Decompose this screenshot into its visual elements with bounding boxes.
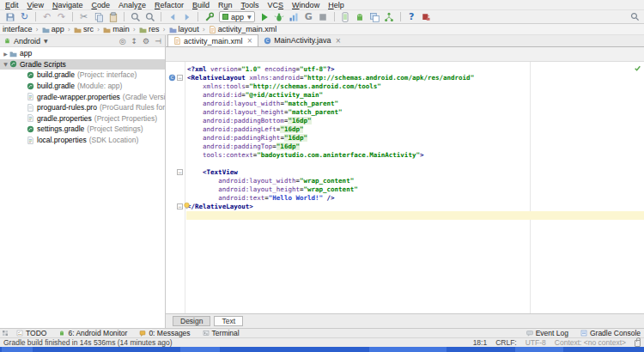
tree-item-gradle-wrapper-properties[interactable]: gradle-wrapper.properties(Gradle Version… [0, 91, 165, 102]
attach-process-icon[interactable]: G [302, 11, 315, 23]
collapse-all-icon[interactable]: ↕ [131, 37, 138, 46]
redo-icon[interactable]: ↷ [55, 11, 68, 23]
toolbar-separator [35, 12, 36, 21]
search-everywhere-icon[interactable] [630, 12, 640, 21]
console-icon [580, 330, 587, 337]
inspection-ok-icon[interactable] [634, 64, 641, 72]
tree-expand-icon[interactable]: ▶ [2, 51, 9, 57]
project-panel-header[interactable]: Android ▼ ◎↕⚙⊣ [0, 35, 166, 47]
go-to-class-gutter-icon[interactable]: C [168, 74, 176, 82]
windows-taskbar-edge [0, 347, 644, 352]
menu-vcs[interactable]: VCS [264, 0, 289, 10]
help-icon[interactable]: ? [405, 11, 418, 23]
tab-mainactivity-java[interactable]: CMainActivity.java× [258, 34, 346, 46]
find-icon[interactable] [129, 11, 142, 23]
menu-tools[interactable]: Tools [237, 0, 264, 10]
menu-help[interactable]: Help [324, 0, 349, 10]
tree-item-local-properties[interactable]: local.properties(SDK Location) [0, 135, 165, 146]
bubble-icon [526, 330, 533, 337]
menu-analyze[interactable]: Analyze [114, 0, 150, 10]
lock-icon[interactable] [635, 340, 641, 347]
menu-navigate[interactable]: Navigate [48, 0, 88, 10]
fold-marker[interactable]: − [177, 203, 183, 209]
editor-mode-tab-design[interactable]: Design [173, 316, 210, 326]
tree-item-gradle-properties[interactable]: gradle.properties(Project Properties) [0, 113, 165, 124]
fold-marker[interactable]: − [177, 75, 183, 81]
menu-build[interactable]: Build [188, 0, 214, 10]
sync-files-icon[interactable]: ↻ [18, 11, 31, 23]
caret-position-widget[interactable]: 18:1 [473, 338, 488, 347]
menu-run[interactable]: Run [214, 0, 237, 10]
replace-icon[interactable] [143, 11, 156, 23]
toolwindow-messages[interactable]: 0: Messages [139, 329, 190, 337]
file-icon [27, 137, 37, 144]
tree-collapse-icon[interactable]: ▼ [2, 61, 9, 67]
breadcrumb-item-layout[interactable]: layout [168, 25, 200, 33]
toolwindow-android-monitor[interactable]: 6: Android Monitor [58, 329, 127, 337]
breadcrumb-separator: › [97, 26, 100, 33]
code-line-4: android:id="@+id/activity_main" [187, 91, 644, 100]
line-separator-widget[interactable]: CRLF: [495, 338, 517, 347]
attach-debugger-wrench-icon[interactable] [203, 11, 216, 23]
tree-item-proguard-rules-pro[interactable]: proguard-rules.pro(ProGuard Rules for ap… [0, 102, 165, 113]
tree-item-label: build.gradle [37, 70, 75, 79]
project-structure-icon[interactable] [383, 11, 396, 23]
tree-item-settings-gradle[interactable]: settings.gradle(Project Settings) [0, 124, 165, 135]
cut-icon[interactable]: ✂ [77, 11, 90, 23]
undo-icon[interactable]: ↶ [40, 11, 53, 23]
android-device-monitor-icon[interactable] [420, 11, 433, 23]
tree-item-gradle-scripts[interactable]: ▼Gradle Scripts [0, 59, 165, 70]
forward-icon[interactable] [180, 11, 193, 23]
menu-edit[interactable]: Edit [1, 0, 23, 10]
breadcrumb-item-app[interactable]: app [41, 25, 65, 33]
code-editor[interactable]: −−− <?xml version="1.0" encoding="utf-8"… [166, 47, 644, 313]
fold-marker[interactable]: − [177, 169, 183, 175]
run-icon[interactable] [258, 11, 271, 23]
copy-icon[interactable] [92, 11, 105, 23]
toolwindow-label: TODO [26, 329, 46, 337]
editor-mode-tab-text[interactable]: Text [214, 316, 243, 326]
debug-icon[interactable] [273, 11, 286, 23]
sdk-manager-icon[interactable] [354, 11, 367, 23]
menu-code[interactable]: Code [87, 0, 114, 10]
tree-item-build-gradle[interactable]: build.gradle(Project: interface) [0, 70, 165, 81]
todo-icon [16, 330, 23, 337]
editor-gutter[interactable]: −−− [166, 62, 185, 313]
toolwindow-gradle-console[interactable]: Gradle Console [580, 329, 641, 337]
breadcrumb-item-res[interactable]: res [138, 25, 161, 33]
run-configurations-combo[interactable]: app▼ [219, 11, 255, 22]
breadcrumb-item-interface[interactable]: interface [2, 25, 33, 33]
panel-settings-icon[interactable]: ⚙ [143, 37, 149, 46]
toolwindow-terminal[interactable]: Terminal [203, 329, 240, 337]
menu-refactor[interactable]: Refactor [150, 0, 188, 10]
avd-manager-icon[interactable] [339, 11, 352, 23]
tab-close-icon[interactable]: × [247, 37, 253, 45]
toolwindow-switcher-icon[interactable] [2, 330, 9, 337]
code-line-7: android:paddingBottom="16dp" [187, 117, 644, 125]
paste-icon[interactable] [106, 11, 119, 23]
tree-item-app[interactable]: ▶app [0, 48, 165, 59]
save-all-icon[interactable] [3, 11, 16, 23]
menu-window[interactable]: Window [288, 0, 324, 10]
menu-view[interactable]: View [23, 0, 48, 10]
back-icon[interactable] [166, 11, 179, 23]
stop-icon[interactable] [317, 11, 330, 23]
context-widget[interactable]: Context: <no context> [555, 338, 626, 347]
encoding-widget[interactable]: UTF-8 [526, 338, 546, 347]
project-view-selector[interactable]: Android [14, 37, 40, 46]
hide-panel-icon[interactable]: ⊣ [155, 37, 161, 46]
code-text[interactable]: <?xml version="1.0" encoding="utf-8"?><R… [187, 65, 644, 220]
tree-item-build-gradle[interactable]: build.gradle(Module: app) [0, 81, 165, 92]
tab-close-icon[interactable]: × [336, 37, 342, 45]
toolwindow-todo[interactable]: TODO [16, 329, 46, 337]
intention-bulb-icon[interactable] [183, 202, 191, 209]
tab-activity-main-xml[interactable]: activity_main.xml× [167, 34, 258, 46]
sync-gradle-icon[interactable] [368, 11, 381, 23]
breadcrumb-item-main[interactable]: main [102, 25, 131, 33]
tree-item-label: proguard-rules.pro [37, 103, 97, 112]
scroll-to-source-icon[interactable]: ◎ [119, 37, 126, 46]
breadcrumb-item-src[interactable]: src [73, 25, 94, 33]
toolwindow-event-log[interactable]: Event Log [526, 329, 568, 337]
profiler-icon[interactable] [288, 11, 301, 23]
breadcrumb-item-activity-main-xml[interactable]: activity_main.xml [208, 25, 278, 33]
